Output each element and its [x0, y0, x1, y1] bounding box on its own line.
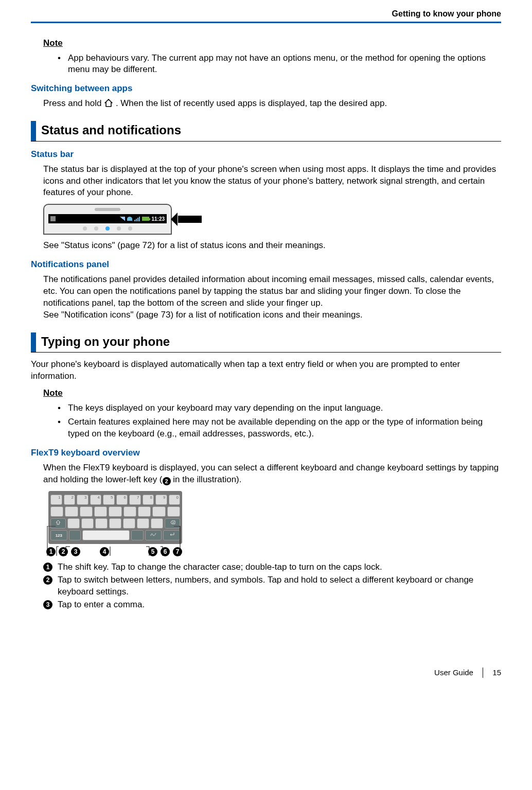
kb-key: 3	[77, 495, 88, 505]
running-head: Getting to know your phone	[31, 0, 501, 22]
callout-5-icon: 5	[148, 547, 157, 556]
mode-123-key: 123	[50, 530, 67, 540]
kb-key: 5	[103, 495, 115, 505]
note-label: Note	[43, 388, 501, 399]
callout-2-icon: 2	[59, 547, 68, 556]
switching-after: . When the list of recently used apps is…	[116, 98, 387, 108]
home-icon	[104, 99, 113, 107]
section-title: Status and notifications	[41, 121, 181, 141]
backspace-key-icon	[165, 518, 180, 529]
callout-desc-text: Tap to switch between letters, numbers, …	[58, 574, 501, 598]
wifi-icon	[127, 217, 132, 221]
switching-text: Press and hold . When the list of recent…	[43, 98, 501, 110]
signal-3g-icon	[120, 217, 125, 221]
section-accent-bar	[31, 332, 36, 352]
kb-key: 1	[50, 495, 62, 505]
kb-key	[109, 506, 121, 517]
keyboard-row-4: 123	[50, 530, 180, 540]
callout-1-icon: 1	[46, 547, 56, 556]
subhead-switching: Switching between apps	[31, 83, 501, 95]
callout-7-icon: 7	[173, 547, 182, 556]
callout-descriptions: 1 The shift key. Tap to change the chara…	[43, 561, 501, 611]
kb-key	[80, 506, 93, 517]
note-label: Note	[43, 38, 501, 49]
kb-key: 2	[64, 495, 76, 505]
kb-key: 4	[90, 495, 102, 505]
kb-key	[50, 506, 63, 517]
footer-page-number: 15	[492, 668, 501, 677]
note-list: The keys displayed on your keyboard may …	[58, 402, 501, 440]
subhead-flext9: FlexT9 keyboard overview	[31, 447, 501, 459]
notifications-see: See "Notification icons" (page 73) for a…	[43, 309, 501, 321]
footer-separator	[483, 668, 483, 678]
callout-2-inline-icon: 2	[163, 477, 171, 485]
status-bar: 11:23	[48, 214, 167, 223]
callout-1-icon: 1	[43, 563, 52, 572]
phone-top-frame: 11:23	[43, 204, 172, 235]
keyboard: 1 2 3 4 5 6 7 8 9 0	[48, 491, 182, 544]
flext9-after: in the illustration).	[171, 475, 242, 484]
callout-desc-item: 3 Tap to enter a comma.	[43, 599, 501, 611]
section-accent-bar	[31, 121, 36, 141]
switching-before: Press and hold	[43, 98, 104, 108]
kb-key	[109, 518, 121, 529]
note-item: The keys displayed on your keyboard may …	[58, 402, 501, 414]
callout-2-icon: 2	[43, 575, 52, 585]
page-footer: User Guide 15	[31, 668, 501, 678]
callout-6-icon: 6	[161, 547, 170, 556]
subhead-notifications: Notifications panel	[31, 259, 501, 271]
period-key	[131, 530, 144, 540]
space-key	[82, 530, 130, 540]
statusbar-figure: 11:23	[43, 204, 501, 235]
kb-key	[65, 506, 78, 517]
signal-bars-icon	[134, 217, 140, 221]
kb-key: 7	[129, 495, 141, 505]
callout-3-icon: 3	[43, 600, 52, 609]
comma-key	[69, 530, 81, 540]
keyboard-row-2	[50, 506, 180, 517]
kb-key: 0	[169, 495, 181, 505]
note-list: App behaviours vary. The current app may…	[58, 52, 501, 76]
keyboard-row-1: 1 2 3 4 5 6 7 8 9 0	[50, 495, 180, 505]
kb-key	[95, 518, 108, 529]
statusbar-para: The status bar is displayed at the top o…	[43, 164, 501, 199]
shift-key-icon	[50, 518, 66, 529]
kb-key	[167, 506, 180, 517]
kb-key: 8	[143, 495, 154, 505]
kb-key	[152, 506, 165, 517]
keyboard-row-3	[50, 518, 180, 529]
keyboard-figure: 1 2 3 4 5 6 7 8 9 0	[43, 491, 187, 556]
section-title: Typing on your phone	[41, 332, 170, 352]
statusbar-see: See "Status icons" (page 72) for a list …	[43, 240, 501, 252]
callout-desc-item: 1 The shift key. Tap to change the chara…	[43, 561, 501, 573]
header-rule	[31, 22, 501, 23]
callout-row: 1 2 3 4 5 6 7	[48, 547, 182, 556]
kb-key	[81, 518, 94, 529]
kb-key	[151, 518, 163, 529]
kb-key	[94, 506, 107, 517]
kb-key	[123, 506, 136, 517]
scribble-key-icon	[145, 530, 162, 540]
note-item: App behaviours vary. The current app may…	[58, 52, 501, 76]
notification-icon	[50, 216, 56, 221]
kb-key	[67, 518, 80, 529]
section-typing: Typing on your phone	[31, 332, 501, 353]
battery-icon	[142, 217, 149, 221]
kb-key	[137, 518, 149, 529]
typing-intro: Your phone's keyboard is displayed autom…	[31, 359, 501, 382]
callout-4-icon: 4	[100, 547, 109, 556]
arrow-pointer-icon	[178, 216, 202, 223]
callout-desc-text: Tap to enter a comma.	[58, 599, 501, 611]
phone-speaker	[95, 208, 120, 211]
enter-key-icon	[163, 530, 180, 540]
status-time: 11:23	[151, 216, 165, 223]
callout-desc-item: 2 Tap to switch between letters, numbers…	[43, 574, 501, 598]
flext9-before: When the FlexT9 keyboard is displayed, y…	[43, 463, 499, 484]
kb-key	[123, 518, 135, 529]
footer-guide: User Guide	[434, 668, 473, 677]
notifications-para: The notifications panel provides detaile…	[43, 274, 501, 309]
note-item: Certain features explained here may not …	[58, 416, 501, 440]
kb-key: 6	[116, 495, 128, 505]
callout-3-icon: 3	[71, 547, 80, 556]
subhead-statusbar: Status bar	[31, 149, 501, 161]
